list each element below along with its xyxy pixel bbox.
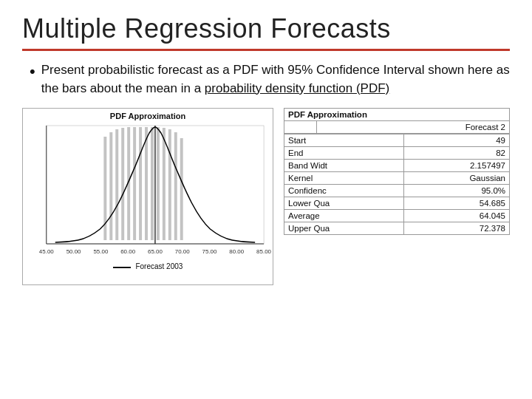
row-label: Confidenc [284, 185, 404, 197]
row-value: Gaussian [403, 172, 509, 185]
table-container: PDF Approximation Forecast 2 Start49End8… [284, 108, 510, 386]
svg-rect-2 [109, 132, 112, 240]
bullet-text: • Present probabilistic forecast as a PD… [30, 61, 510, 98]
svg-text:80.00: 80.00 [229, 248, 244, 255]
row-label: Upper Qua [284, 222, 404, 235]
table-col-forecast: Forecast 2 [316, 121, 509, 134]
bullet-dot: • [30, 61, 35, 98]
svg-text:85.00: 85.00 [256, 248, 271, 255]
svg-text:55.00: 55.00 [93, 248, 108, 255]
row-value: 72.378 [403, 222, 509, 235]
row-value: 82 [403, 147, 509, 160]
table-row: Average64.045 [284, 210, 510, 222]
chart-legend: Forecast 2003 [23, 262, 273, 272]
svg-rect-6 [133, 127, 136, 240]
row-value: 2.157497 [403, 160, 509, 172]
svg-text:70.00: 70.00 [175, 248, 190, 255]
page: Multiple Regression Forecasts • Present … [0, 0, 532, 399]
pdf-link[interactable]: probability density function (PDF) [205, 81, 389, 95]
chart-title: PDF Approximation [23, 109, 273, 122]
svg-rect-10 [157, 127, 160, 240]
table-row: End82 [284, 147, 510, 160]
table-row: Upper Qua72.378 [284, 222, 510, 235]
row-value: 54.685 [403, 197, 509, 210]
table-row: Band Widt2.157497 [284, 160, 510, 172]
bullet-content: Present probabilistic forecast as a PDF … [41, 61, 510, 98]
table-row: KernelGaussian [284, 172, 510, 185]
svg-text:45.00: 45.00 [39, 248, 54, 255]
svg-text:75.00: 75.00 [202, 248, 217, 255]
row-value: 64.045 [403, 210, 509, 222]
chart-area: 45.00 50.00 55.00 60.00 65.00 70.00 75.0… [23, 122, 273, 262]
row-value: 95.0% [403, 185, 509, 197]
row-label: Band Widt [284, 160, 404, 172]
pdf-table: PDF Approximation Forecast 2 [284, 108, 510, 134]
page-title: Multiple Regression Forecasts [22, 13, 510, 44]
svg-rect-14 [180, 138, 183, 240]
row-label: Lower Qua [284, 197, 404, 210]
row-label: Kernel [284, 172, 404, 185]
pdf-data-table: Start49End82Band Widt2.157497KernelGauss… [284, 134, 510, 235]
svg-text:65.00: 65.00 [148, 248, 163, 255]
title-underline [22, 49, 510, 51]
legend-label: Forecast 2003 [135, 262, 183, 270]
svg-text:50.00: 50.00 [66, 248, 81, 255]
table-col-header: Forecast 2 [284, 121, 510, 134]
svg-rect-4 [121, 128, 124, 240]
row-value: 49 [403, 134, 509, 147]
bullet-section: • Present probabilistic forecast as a PD… [22, 61, 510, 98]
row-label: End [284, 147, 404, 160]
svg-rect-11 [163, 128, 166, 240]
row-label: Average [284, 210, 404, 222]
table-main-title: PDF Approximation [284, 109, 510, 121]
table-row: Confidenc95.0% [284, 185, 510, 197]
svg-rect-12 [168, 129, 171, 240]
svg-rect-7 [139, 127, 142, 240]
row-label: Start [284, 134, 404, 147]
svg-rect-8 [145, 127, 148, 240]
legend-line [113, 267, 131, 268]
table-row: Lower Qua54.685 [284, 197, 510, 210]
table-header-row: PDF Approximation [284, 109, 510, 121]
chart-container: PDF Approximation [22, 108, 273, 285]
table-row: Start49 [284, 134, 510, 147]
chart-svg: 45.00 50.00 55.00 60.00 65.00 70.00 75.0… [23, 122, 273, 262]
content-row: PDF Approximation [22, 108, 510, 386]
svg-rect-13 [174, 132, 177, 240]
svg-text:60.00: 60.00 [120, 248, 135, 255]
svg-rect-3 [115, 129, 118, 240]
table-col-empty [284, 121, 317, 134]
svg-rect-9 [151, 127, 154, 240]
